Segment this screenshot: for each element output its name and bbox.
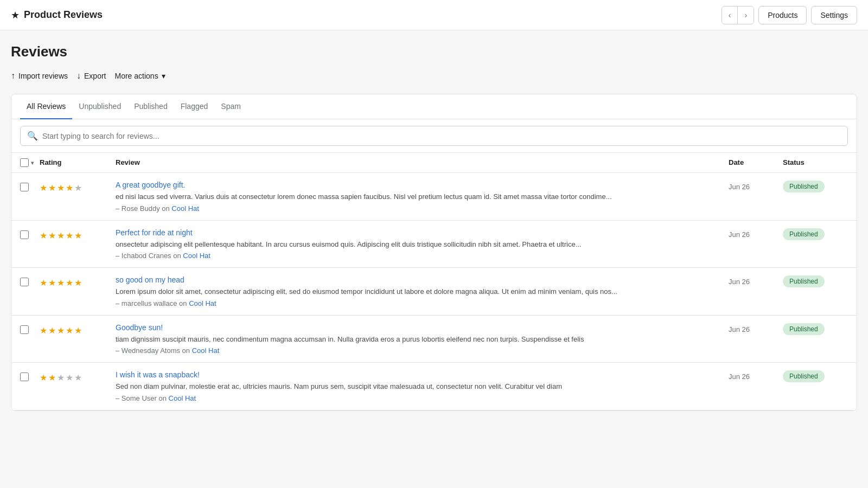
star-2: ★ <box>48 325 56 336</box>
header-checkbox-chevron[interactable]: ▾ <box>31 160 34 166</box>
app-title: Product Reviews <box>24 9 103 21</box>
table-row: ★★★★★ I wish it was a snapback! Sed non … <box>11 363 857 410</box>
row-checkbox-col <box>20 325 40 336</box>
review-author: – Ichabod Cranes on Cool Hat <box>116 252 729 260</box>
tabs-bar: All Reviews Unpublished Published Flagge… <box>11 94 857 119</box>
tab-spam[interactable]: Spam <box>214 94 247 119</box>
review-content: Goodbye sun! tiam dignissim suscipit mau… <box>116 323 729 355</box>
nav-next-button[interactable]: › <box>738 7 754 24</box>
star-1: ★ <box>40 325 47 336</box>
table-row: ★★★★★ so good on my head Lorem ipsum dol… <box>11 268 857 316</box>
star-3: ★ <box>57 373 65 383</box>
review-title[interactable]: Goodbye sun! <box>116 323 729 332</box>
app-branding: ★ Product Reviews <box>11 9 103 21</box>
review-product-link[interactable]: Cool Hat <box>189 299 216 307</box>
row-checkbox-col <box>20 183 40 193</box>
more-actions-label: More actions <box>115 72 158 80</box>
upload-icon: ↑ <box>11 71 15 81</box>
rating-stars: ★★★★★ <box>40 373 116 383</box>
header-rating: Rating <box>40 158 116 167</box>
review-title[interactable]: I wish it was a snapback! <box>116 370 729 379</box>
status-badge: Published <box>783 228 825 240</box>
row-checkbox-col <box>20 230 40 241</box>
review-status-col: Published <box>783 181 848 192</box>
star-5: ★ <box>74 230 82 241</box>
star-2: ★ <box>48 278 56 288</box>
tab-all-reviews[interactable]: All Reviews <box>20 94 72 119</box>
nav-prev-button[interactable]: ‹ <box>722 7 738 24</box>
review-product-link[interactable]: Cool Hat <box>169 394 196 402</box>
review-date: Jun 26 <box>729 275 783 286</box>
review-date: Jun 26 <box>729 323 783 333</box>
row-checkbox-3[interactable] <box>20 325 29 334</box>
row-checkbox-col <box>20 373 40 383</box>
star-4: ★ <box>66 183 73 193</box>
export-label: Export <box>84 72 106 80</box>
star-3: ★ <box>57 230 65 241</box>
review-product-link[interactable]: Cool Hat <box>171 204 199 213</box>
reviews-card: All Reviews Unpublished Published Flagge… <box>11 94 857 411</box>
review-date: Jun 26 <box>729 228 783 239</box>
top-navigation: ★ Product Reviews ‹ › Products Settings <box>0 0 868 30</box>
search-input-wrap: 🔍 <box>20 126 848 146</box>
review-author: – Rose Buddy on Cool Hat <box>116 204 729 213</box>
action-bar: ↑ Import reviews ↓ Export More actions ▾ <box>11 69 857 83</box>
star-4: ★ <box>66 278 73 288</box>
page-title: Reviews <box>11 43 857 60</box>
review-status-col: Published <box>783 323 848 335</box>
top-nav-actions: ‹ › Products Settings <box>722 6 857 24</box>
review-title[interactable]: A great goodbye gift. <box>116 181 729 189</box>
table-row: ★★★★★ Perfect for ride at night onsectet… <box>11 221 857 268</box>
star-2: ★ <box>48 373 56 383</box>
status-badge: Published <box>783 181 825 192</box>
review-date: Jun 26 <box>729 181 783 191</box>
status-badge: Published <box>783 275 825 287</box>
products-button[interactable]: Products <box>758 6 807 24</box>
status-badge: Published <box>783 323 825 335</box>
table-row: ★★★★★ Goodbye sun! tiam dignissim suscip… <box>11 316 857 363</box>
star-5: ★ <box>74 325 82 336</box>
row-checkbox-2[interactable] <box>20 278 29 286</box>
rating-stars: ★★★★★ <box>40 183 116 193</box>
select-all-checkbox[interactable] <box>20 158 29 167</box>
review-title[interactable]: so good on my head <box>116 275 729 284</box>
header-checkbox-col: ▾ <box>20 158 40 167</box>
search-section: 🔍 <box>11 119 857 153</box>
star-1: ★ <box>40 278 47 288</box>
review-product-link[interactable]: Cool Hat <box>183 252 210 260</box>
star-3: ★ <box>57 278 65 288</box>
review-product-link[interactable]: Cool Hat <box>192 346 220 355</box>
star-4: ★ <box>66 325 73 336</box>
import-reviews-button[interactable]: ↑ Import reviews <box>11 69 68 83</box>
settings-button[interactable]: Settings <box>811 6 857 24</box>
more-actions-button[interactable]: More actions ▾ <box>115 69 165 82</box>
status-badge: Published <box>783 370 825 382</box>
header-status: Status <box>783 158 848 167</box>
review-author: – Some User on Cool Hat <box>116 394 729 402</box>
review-date: Jun 26 <box>729 370 783 381</box>
tab-flagged[interactable]: Flagged <box>174 94 215 119</box>
review-title[interactable]: Perfect for ride at night <box>116 228 729 237</box>
star-5: ★ <box>74 373 82 383</box>
table-header: ▾ Rating Review Date Status <box>11 153 857 173</box>
table-row: ★★★★★ A great goodbye gift. ed nisi lacu… <box>11 173 857 221</box>
tab-published[interactable]: Published <box>127 94 174 119</box>
tab-unpublished[interactable]: Unpublished <box>72 94 127 119</box>
star-3: ★ <box>57 325 65 336</box>
review-author: – Wednesday Atoms on Cool Hat <box>116 346 729 355</box>
main-content: Reviews ↑ Import reviews ↓ Export More a… <box>0 30 868 424</box>
star-5: ★ <box>74 183 82 193</box>
review-content: Perfect for ride at night onsectetur adi… <box>116 228 729 260</box>
review-body: ed nisi lacus sed viverra. Varius duis a… <box>116 191 729 202</box>
row-checkbox-0[interactable] <box>20 183 29 191</box>
star-1: ★ <box>40 183 47 193</box>
star-3: ★ <box>57 183 65 193</box>
export-button[interactable]: ↓ Export <box>76 69 106 83</box>
nav-arrow-group: ‹ › <box>722 6 754 24</box>
rating-stars: ★★★★★ <box>40 230 116 241</box>
row-checkbox-4[interactable] <box>20 373 29 381</box>
row-checkbox-col <box>20 278 40 288</box>
row-checkbox-1[interactable] <box>20 230 29 239</box>
search-input[interactable] <box>42 132 841 140</box>
star-4: ★ <box>66 230 73 241</box>
